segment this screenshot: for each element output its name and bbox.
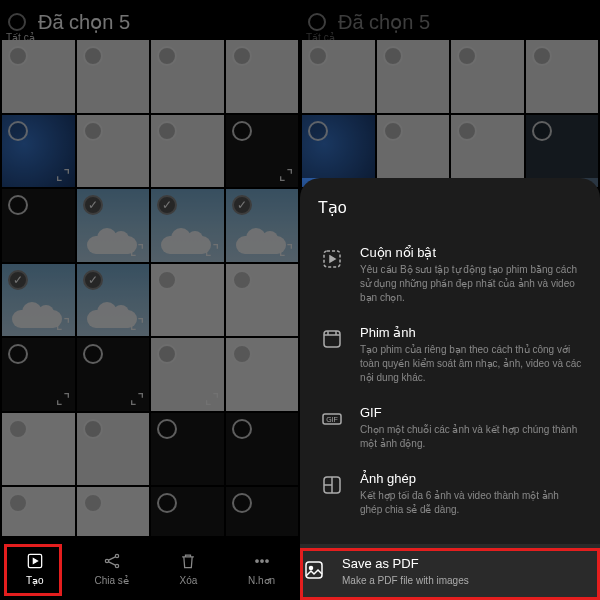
option-highlight-reel[interactable]: Cuộn nổi bật Yêu cầu Bộ sưu tập tự động … <box>318 235 582 315</box>
thumb[interactable] <box>151 413 224 486</box>
option-save-pdf[interactable]: Save as PDF Make a PDF file with images <box>300 544 600 600</box>
thumb[interactable] <box>151 189 224 262</box>
more-button[interactable]: N.hơn <box>240 547 283 590</box>
selection-count: Đã chọn 5 <box>338 10 430 34</box>
create-button[interactable]: Tạo <box>17 547 53 590</box>
option-title: Save as PDF <box>342 556 600 571</box>
option-movie[interactable]: Phim ảnh Tạo phim của riêng bạn theo các… <box>318 315 582 395</box>
option-desc: Chọn một chuỗi các ảnh và kết hợp chúng … <box>360 423 582 451</box>
play-box-icon <box>318 245 346 273</box>
option-title: Phim ảnh <box>360 325 582 340</box>
selection-count: Đã chọn 5 <box>38 10 130 34</box>
delete-label: Xóa <box>180 575 198 586</box>
film-icon <box>318 325 346 353</box>
create-icon <box>25 551 45 571</box>
thumb[interactable] <box>526 40 599 113</box>
thumb[interactable] <box>226 264 299 337</box>
share-button[interactable]: Chia sẻ <box>86 547 136 590</box>
thumb[interactable] <box>302 115 375 188</box>
thumb[interactable] <box>151 338 224 411</box>
create-sheet: Tạo Cuộn nổi bật Yêu cầu Bộ sưu tập tự đ… <box>300 178 600 600</box>
thumb[interactable] <box>151 40 224 113</box>
thumb[interactable] <box>77 40 150 113</box>
svg-point-6 <box>265 559 268 562</box>
svg-text:GIF: GIF <box>326 416 338 423</box>
thumb[interactable] <box>77 264 150 337</box>
thumb[interactable] <box>2 40 75 113</box>
option-title: GIF <box>360 405 582 420</box>
option-desc: Tạo phim của riêng bạn theo cách thủ côn… <box>360 343 582 385</box>
svg-point-2 <box>115 554 118 557</box>
thumb[interactable] <box>2 189 75 262</box>
svg-point-1 <box>105 559 108 562</box>
thumb[interactable] <box>2 338 75 411</box>
thumb[interactable] <box>226 189 299 262</box>
bottom-bar: Tạo Chia sẻ Xóa N.hơn <box>0 536 300 600</box>
svg-rect-12 <box>306 562 322 578</box>
svg-point-4 <box>255 559 258 562</box>
thumb[interactable] <box>302 40 375 113</box>
delete-button[interactable]: Xóa <box>170 547 206 590</box>
thumb[interactable] <box>226 40 299 113</box>
sheet-title: Tạo <box>318 198 582 217</box>
more-icon <box>252 551 272 571</box>
option-desc: Kết hợp tối đa 6 ảnh và video thành một … <box>360 489 582 517</box>
thumb[interactable] <box>77 189 150 262</box>
thumb[interactable] <box>526 115 599 188</box>
thumb[interactable] <box>377 40 450 113</box>
share-icon <box>102 551 122 571</box>
svg-point-3 <box>115 564 118 567</box>
collage-icon <box>318 471 346 499</box>
thumb[interactable] <box>2 413 75 486</box>
thumb[interactable] <box>151 264 224 337</box>
photo-grid-right <box>300 40 600 187</box>
image-icon <box>300 556 328 584</box>
more-label: N.hơn <box>248 575 275 586</box>
svg-point-13 <box>310 567 313 570</box>
trash-icon <box>178 551 198 571</box>
thumb[interactable] <box>451 40 524 113</box>
thumb[interactable] <box>377 115 450 188</box>
select-all-circle[interactable] <box>308 13 326 31</box>
option-desc: Yêu cầu Bộ sưu tập tự động tạo phim bằng… <box>360 263 582 305</box>
header-left: Đã chọn 5 <box>0 0 300 40</box>
option-gif[interactable]: GIF GIF Chọn một chuỗi các ảnh và kết hợ… <box>318 395 582 461</box>
thumb[interactable] <box>77 413 150 486</box>
option-desc: Make a PDF file with images <box>342 574 600 588</box>
svg-rect-8 <box>324 331 340 347</box>
thumb[interactable] <box>77 338 150 411</box>
thumb[interactable] <box>77 115 150 188</box>
share-label: Chia sẻ <box>94 575 128 586</box>
phone-screen-right: Đã chọn 5 Tất cả Tạo Cuộn nổi bật Yêu cầ… <box>300 0 600 600</box>
thumb[interactable] <box>226 338 299 411</box>
header-right: Đã chọn 5 <box>300 0 600 40</box>
thumb[interactable] <box>226 413 299 486</box>
thumb[interactable] <box>151 115 224 188</box>
photo-grid <box>0 40 300 560</box>
option-collage[interactable]: Ảnh ghép Kết hợp tối đa 6 ảnh và video t… <box>318 461 582 527</box>
gif-icon: GIF <box>318 405 346 433</box>
thumb[interactable] <box>2 115 75 188</box>
svg-point-5 <box>260 559 263 562</box>
thumb[interactable] <box>226 115 299 188</box>
option-title: Cuộn nổi bật <box>360 245 582 260</box>
select-all-circle[interactable] <box>8 13 26 31</box>
phone-screen-left: Đã chọn 5 Tất cả <box>0 0 300 600</box>
create-label: Tạo <box>26 575 44 586</box>
thumb[interactable] <box>451 115 524 188</box>
option-title: Ảnh ghép <box>360 471 582 486</box>
thumb[interactable] <box>2 264 75 337</box>
